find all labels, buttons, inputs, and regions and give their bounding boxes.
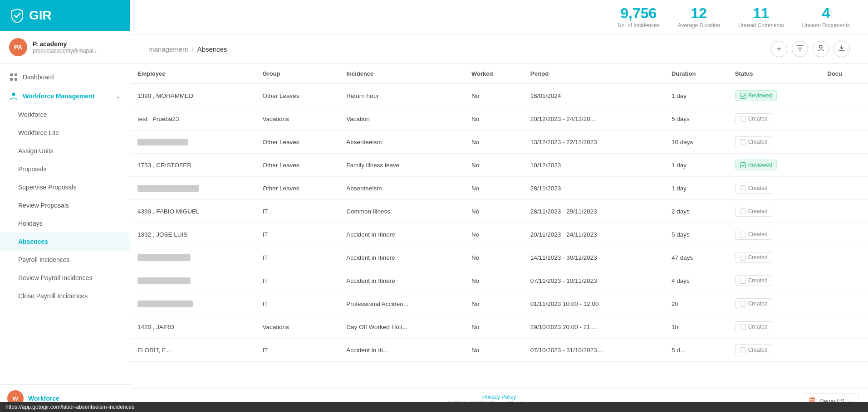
cell-period: 20/12/2023 - 24/12/20... bbox=[523, 107, 664, 131]
sidebar-item-workforce-lite[interactable]: Workforce Lite bbox=[0, 124, 130, 142]
cell-status: Created bbox=[728, 223, 820, 246]
status-badge: Reviewed bbox=[735, 90, 777, 101]
status-badge: Created bbox=[735, 136, 773, 147]
sidebar-item-close-payroll[interactable]: Close Payroll Incidences bbox=[0, 287, 130, 305]
cell-incidence: Accident in Itinere bbox=[339, 269, 464, 292]
sidebar-item-label: Supervise Proposals bbox=[18, 184, 76, 191]
cell-group: IT bbox=[255, 339, 339, 362]
sidebar-item-payroll-incidences[interactable]: Payroll Incidences bbox=[0, 251, 130, 269]
breadcrumb: management / Absences bbox=[148, 45, 227, 53]
cell-status: Created bbox=[728, 269, 820, 292]
cell-duration: 1h bbox=[664, 315, 728, 339]
cell-worked: No bbox=[464, 200, 523, 223]
sidebar-item-review-payroll[interactable]: Review Payroll Incidences bbox=[0, 269, 130, 287]
page-header: management / Absences + bbox=[130, 34, 868, 64]
url-text: https://app.gotogir.com/labor-absenteeis… bbox=[5, 404, 134, 410]
table-row[interactable]: ███████ , Emma IT Accident in Itinere No… bbox=[130, 246, 868, 269]
filter-icon bbox=[796, 44, 804, 53]
sidebar-item-supervise-proposals[interactable]: Supervise Proposals bbox=[0, 178, 130, 196]
cell-employee: 1753 , CRISTOFER bbox=[130, 154, 255, 177]
table-row[interactable]: ██████ , Jacinto Other Leaves Absenteeis… bbox=[130, 131, 868, 154]
cell-worked: No bbox=[464, 339, 523, 362]
cell-group: IT bbox=[255, 269, 339, 292]
status-badge: Created bbox=[735, 321, 773, 332]
cell-duration: 4 days bbox=[664, 269, 728, 292]
cell-incidence: Absenteeism bbox=[339, 177, 464, 200]
stat-value: 4 bbox=[822, 5, 830, 21]
cell-employee: 1420 , JAIRO bbox=[130, 315, 255, 339]
cell-employee: ██████████ , Jean bbox=[130, 177, 255, 200]
sidebar-item-proposals[interactable]: Proposals bbox=[0, 160, 130, 178]
main-content: 9,756 No. of Incidences 12 Average Durat… bbox=[130, 0, 868, 412]
stats-bar: 9,756 No. of Incidences 12 Average Durat… bbox=[130, 0, 868, 34]
table-row[interactable]: 1420 , JAIRO Vacations Day Off Worked Ho… bbox=[130, 315, 868, 339]
table-row[interactable]: 4390 , FABIO MIGUEL IT Common Illness No… bbox=[130, 200, 868, 223]
sidebar-item-label: Review Payroll Incidences bbox=[18, 274, 92, 281]
cell-employee: ███████ , Emma bbox=[130, 269, 255, 292]
table-row[interactable]: 1753 , CRISTOFER Other Leaves Family ill… bbox=[130, 154, 868, 177]
privacy-policy-link[interactable]: Privacy Policy bbox=[482, 394, 516, 400]
cell-docu bbox=[820, 84, 868, 107]
stat-value: 11 bbox=[753, 5, 769, 21]
table-row[interactable]: 1390 , MOHAMMED Other Leaves Return hour… bbox=[130, 84, 868, 107]
sidebar-item-label: Workforce Management bbox=[23, 92, 94, 100]
col-incidence: Incidence bbox=[339, 64, 464, 84]
table-container[interactable]: Employee Group Incidence Worked Period D… bbox=[130, 64, 868, 388]
cell-status: Created bbox=[728, 315, 820, 339]
sidebar-item-label: Holidays bbox=[18, 220, 43, 227]
cell-group: Vacations bbox=[255, 315, 339, 339]
filter-button[interactable] bbox=[792, 41, 808, 57]
sidebar-item-workforce-management[interactable]: Workforce Management ⌄ bbox=[0, 87, 130, 106]
download-button[interactable] bbox=[834, 41, 850, 57]
cell-worked: No bbox=[464, 292, 523, 315]
status-badge: Created bbox=[735, 252, 773, 263]
table-row[interactable]: 1392 , JOSE LUIS IT Accident in Itinere … bbox=[130, 223, 868, 246]
table-row[interactable]: ████████ , Marie IT Professional Acciden… bbox=[130, 292, 868, 315]
cell-duration: 5 days bbox=[664, 107, 728, 131]
stat-duration: 12 Average Duration bbox=[678, 5, 720, 29]
cell-worked: No bbox=[464, 131, 523, 154]
cell-worked: No bbox=[464, 223, 523, 246]
cell-worked: No bbox=[464, 177, 523, 200]
cell-period: 10/12/2023 bbox=[523, 154, 664, 177]
app-logo: GIR bbox=[9, 7, 52, 24]
breadcrumb-separator: / bbox=[192, 45, 194, 53]
cell-duration: 2 days bbox=[664, 200, 728, 223]
sidebar-item-workforce[interactable]: Workforce bbox=[0, 106, 130, 124]
cell-duration: 1 day bbox=[664, 154, 728, 177]
profile-button[interactable] bbox=[813, 41, 829, 57]
table-row[interactable]: ██████████ , Jean Other Leaves Absenteei… bbox=[130, 177, 868, 200]
cell-period: 14/11/2023 - 30/12/2023 bbox=[523, 246, 664, 269]
table-row[interactable]: test , Prueba23 Vacations Vacation No 20… bbox=[130, 107, 868, 131]
sidebar-item-review-proposals[interactable]: Review Proposals bbox=[0, 196, 130, 214]
sidebar-item-dashboard[interactable]: Dashboard bbox=[0, 68, 130, 87]
breadcrumb-parent[interactable]: management bbox=[148, 45, 188, 53]
sidebar-item-absences[interactable]: Absences bbox=[0, 233, 130, 251]
cell-duration: 5 days bbox=[664, 223, 728, 246]
stat-label: No. of Incidences bbox=[618, 22, 660, 29]
cell-incidence: Accident in Itinere bbox=[339, 223, 464, 246]
user-email: productacademy@mapal... bbox=[33, 48, 98, 54]
svg-rect-3 bbox=[15, 78, 17, 81]
app-logo-text: GIR bbox=[29, 8, 52, 23]
stat-documents: 4 Unseen Documents bbox=[802, 5, 850, 29]
stat-comments: 11 Unread Comments bbox=[738, 5, 784, 29]
add-button[interactable]: + bbox=[771, 41, 787, 57]
cell-period: 07/11/2023 - 10/11/2023 bbox=[523, 269, 664, 292]
sidebar-item-assign-units[interactable]: Assign Units bbox=[0, 142, 130, 160]
status-badge: Created bbox=[735, 275, 773, 286]
cell-incidence: Family illness leave bbox=[339, 154, 464, 177]
cell-status: Created bbox=[728, 339, 820, 362]
status-badge: Created bbox=[735, 229, 773, 240]
cell-period: 01/11/2023 10:00 - 12:00 bbox=[523, 292, 664, 315]
status-badge: Reviewed bbox=[735, 160, 777, 170]
table-row[interactable]: ███████ , Emma IT Accident in Itinere No… bbox=[130, 269, 868, 292]
table-row[interactable]: FLORIT, F... IT Accident in Iti... No 07… bbox=[130, 339, 868, 362]
sidebar-item-label: Absences bbox=[18, 238, 48, 245]
breadcrumb-current: Absences bbox=[197, 45, 227, 53]
sidebar-item-label: Proposals bbox=[18, 165, 46, 173]
download-icon bbox=[838, 44, 845, 53]
stat-label: Unseen Documents bbox=[802, 22, 850, 29]
sidebar-item-holidays[interactable]: Holidays bbox=[0, 214, 130, 233]
sidebar-item-label: Workforce bbox=[18, 111, 47, 118]
